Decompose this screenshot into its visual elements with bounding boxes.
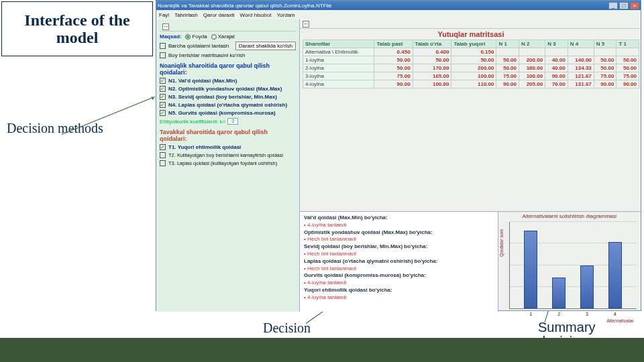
table-row: 1-loyiha50.0050.0050.0050.00200.0040.001… <box>303 56 639 64</box>
rule-n5: N5. Gurvits qoidasi (kompromiss-murosa) <box>168 110 276 116</box>
cell: 90.00 <box>374 80 413 88</box>
menu-edit[interactable]: Tahrirlash <box>174 12 198 18</box>
chk-t3[interactable] <box>160 160 166 166</box>
th-n4: N 4 <box>568 40 594 48</box>
cell: 200.00 <box>519 56 545 64</box>
menu-report[interactable]: Word hisobot <box>240 12 272 18</box>
window-titlebar[interactable]: Noaniqlik va Tavakkal sharoitida qaroria… <box>156 1 641 10</box>
cell <box>496 48 519 56</box>
rule-t1: T1. Yuqori ehtimollik qoidasi <box>168 144 241 150</box>
window-min-button[interactable]: _ <box>608 2 618 9</box>
radio-cost[interactable] <box>211 34 217 40</box>
menu-tree[interactable]: Qaror darахti <box>203 12 235 18</box>
right-panel: ↔ Yutuqlar matritsasi Sharoitlar Talab p… <box>300 19 641 312</box>
bar-chart: Qoidalar soni Alternativalar 1234 <box>509 222 637 309</box>
coef-input[interactable]: 0 <box>227 118 238 125</box>
cell: 75.00 <box>496 72 519 80</box>
cell: 121.67 <box>568 72 594 80</box>
left-panel: ↔ Maqsad: Foyda Xarajat Barcha qoidalarn… <box>156 19 300 312</box>
btn-tree-view[interactable]: Daraxt shaklida ko'rish <box>235 42 296 50</box>
table-row: 2-loyiha50.00170.00200.0050.00180.0040.0… <box>303 64 639 72</box>
cell: 205.00 <box>519 80 545 88</box>
cell: 50.00 <box>374 56 413 64</box>
cell: 134.33 <box>568 64 594 72</box>
chart-title: Alternativalarni solishtirish diagrammas… <box>498 212 641 221</box>
result-best: • Hech biri tanlanmadi <box>304 265 494 273</box>
radio-cost-label: Xarajat <box>218 34 235 40</box>
chk-n3[interactable] <box>160 94 166 100</box>
result-header: Laplas qoidasi (o'rtacha qiymatni oshiri… <box>304 258 494 265</box>
result-best: • 4-loyiha tanlandi <box>304 280 494 287</box>
chart-bar <box>580 265 594 308</box>
chart-xtick: 3 <box>586 312 588 316</box>
table-row: 3-loyiha75.00165.00100.0075.00100.0090.0… <box>303 72 639 80</box>
cell: 100.00 <box>519 72 545 80</box>
th-n5: N 5 <box>594 40 616 48</box>
cell: 75.00 <box>616 72 639 80</box>
chk-n5[interactable] <box>160 110 166 116</box>
cell: 90.00 <box>616 80 639 88</box>
result-best: • Hech biri tanlanmadi <box>304 236 494 243</box>
cell <box>519 48 545 56</box>
slide-footer-bar <box>0 338 644 362</box>
chart-bar <box>608 242 622 308</box>
result-header: Optimistik yondashuv qoidasi (Max.Max) b… <box>304 229 494 237</box>
cell: 200.00 <box>451 64 496 72</box>
cell <box>594 48 616 56</box>
cell: 50.00 <box>594 64 616 72</box>
chart-xtick: 1 <box>529 312 532 316</box>
chk-n4[interactable] <box>160 102 166 108</box>
chk-select-all[interactable] <box>160 43 166 49</box>
chk-n1[interactable] <box>160 78 166 84</box>
menu-help[interactable]: Yordam <box>277 12 295 18</box>
result-best: • 4-loyiha tanlandi <box>304 222 494 229</box>
result-header: Sevidj qoidasi (boy berishlar, Min.Max) … <box>304 243 494 251</box>
window-max-button[interactable]: □ <box>619 2 629 9</box>
window-title: Noaniqlik va Tavakkal sharoitida qaroria… <box>158 3 332 9</box>
expand-icon[interactable]: ↔ <box>162 23 169 30</box>
th-n2: N 2 <box>519 40 545 48</box>
chart-ylabel: Qoidalar soni <box>499 229 504 256</box>
chk-show-loss-matrix-label: Boy berishlar matritsasini ko'rish <box>168 52 245 58</box>
cell: 100.00 <box>451 72 496 80</box>
radio-profit[interactable] <box>185 34 191 40</box>
result-best: • Hech biri tanlanmadi <box>304 251 494 258</box>
radio-profit-label: Foyda <box>192 34 207 40</box>
chart-gridline <box>510 221 637 222</box>
cell: 0.450 <box>374 48 413 56</box>
cell: 100.80 <box>413 80 451 88</box>
rule-n2: N2. Optimistik yondashuv qoidasi (Max.Ma… <box>168 86 282 92</box>
th-n1: N 1 <box>496 40 519 48</box>
th-t1: T 1 <box>616 40 639 48</box>
table-row: Alternativa \ Ehtimollik0.4500.4000.150 <box>303 48 639 56</box>
menu-file[interactable]: Fayl <box>159 12 169 18</box>
goal-label: Maqsad: <box>160 34 181 40</box>
chart-xtick: 4 <box>614 312 616 316</box>
chk-show-loss-matrix[interactable] <box>160 52 166 58</box>
window-close-button[interactable]: × <box>630 2 639 9</box>
chart-panel: Alternativalarni solishtirish diagrammas… <box>498 212 641 312</box>
cell: 0.400 <box>413 48 451 56</box>
cell: 50.00 <box>496 64 519 72</box>
payoff-table: Sharoitlar Talab past Talab o'rta Talab … <box>303 40 639 88</box>
label-decision: Decision <box>263 320 311 336</box>
chk-t2[interactable] <box>160 152 166 158</box>
row-label: 4-loyiha <box>303 80 374 88</box>
label-summary-l1: Summary <box>538 320 596 335</box>
result-best: • 4-loyiha tanlandi <box>304 294 494 302</box>
cell: 50.00 <box>616 64 639 72</box>
rule-n1: N1. Val'd qoidasi (Max.Min) <box>168 78 237 84</box>
menubar: Fayl Tahrirlash Qaror darахti Word hisob… <box>156 10 641 19</box>
chk-t1[interactable] <box>160 144 166 150</box>
rule-t2: T2. Kutilayotgan boy berishlarni kamayti… <box>168 152 283 158</box>
th-mid: Talab o'rta <box>413 40 451 48</box>
matrix-title: Yutuqlar matritsasi <box>303 30 639 38</box>
cell: 110.00 <box>451 80 496 88</box>
expand-right-icon[interactable]: ↔ <box>303 21 309 27</box>
chart-xlabel: Alternativalar <box>606 318 634 323</box>
chk-n2[interactable] <box>160 86 166 92</box>
cell <box>616 48 639 56</box>
chk-select-all-label: Barcha qoidalarni tanlash <box>168 43 229 49</box>
cell: 70.00 <box>545 80 568 88</box>
cell: 75.00 <box>374 72 413 80</box>
